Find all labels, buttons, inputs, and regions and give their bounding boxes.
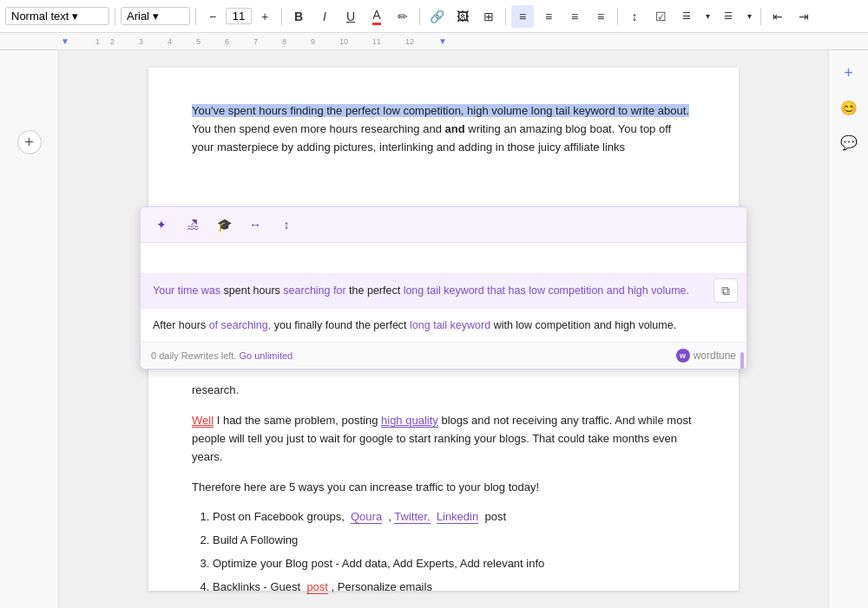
toolbar-separator-6 — [617, 8, 618, 25]
decrease-font-btn[interactable]: − — [201, 5, 224, 28]
twitter-link[interactable]: Twitter, — [394, 510, 430, 524]
highlight-btn[interactable]: ✏ — [391, 5, 414, 28]
ruler-tick: 3 — [139, 37, 143, 46]
numbering-more-btn[interactable]: ▾ — [743, 5, 755, 28]
wt-suggestion-2[interactable]: After hours of searching, you finally fo… — [141, 309, 746, 343]
add-icon: + — [24, 134, 34, 152]
paragraph-2: research. — [192, 382, 695, 400]
doc-area[interactable]: You've spent hours finding the perfect l… — [59, 50, 828, 608]
wt-s1-black1: spent hours — [224, 284, 284, 297]
toolbar: Normal text ▾ Arial ▾ − + B I U A ✏ 🔗 🖼 … — [0, 0, 868, 33]
align-right-btn[interactable]: ≡ — [563, 5, 586, 28]
wt-s1-purple2: searching for — [283, 284, 345, 297]
para3-text1: I had the same problem, posting — [217, 414, 381, 427]
list-item-3: Optimize your Blog post - Add data, Add … — [213, 555, 695, 573]
wt-rewrites-count: 0 daily Rewrites left. — [151, 350, 239, 361]
wt-s1-black2: the perfect — [349, 284, 404, 297]
align-justify-btn[interactable]: ≡ — [589, 5, 612, 28]
increase-font-btn[interactable]: + — [253, 5, 276, 28]
wt-scrollbar — [740, 352, 744, 370]
ruler-marker-left: ▼ — [61, 36, 69, 46]
bold-btn[interactable]: B — [287, 5, 310, 28]
bullets-more-btn[interactable]: ▾ — [701, 5, 713, 28]
align-center-btn[interactable]: ≡ — [537, 5, 560, 28]
qoura-link[interactable]: Qoura — [351, 510, 382, 524]
align-justify-icon: ≡ — [597, 10, 604, 23]
more-insert-icon: ⊞ — [483, 10, 494, 23]
wt-copy-btn-1[interactable]: ⧉ — [713, 278, 738, 303]
decrease-indent-btn[interactable]: ⇤ — [766, 5, 789, 28]
wt-suggestion-1[interactable]: Your time was spent hours searching for … — [141, 274, 746, 309]
ruler-tick: 1 — [95, 37, 100, 46]
right-comment-icon: 💬 — [840, 134, 858, 151]
align-left-icon: ≡ — [519, 10, 526, 23]
wt-s2-black3: with low competition and high volume. — [494, 319, 677, 331]
ruler-tick: 4 — [168, 37, 172, 46]
right-emoji-btn[interactable]: 😊 — [835, 94, 863, 121]
font-color-btn[interactable]: A — [365, 5, 388, 28]
add-content-button[interactable]: + — [17, 130, 42, 154]
font-dropdown[interactable]: Arial ▾ — [121, 7, 190, 25]
image-btn[interactable]: 🖼 — [451, 5, 474, 28]
toolbar-separator-3 — [281, 8, 282, 25]
right-sidebar: + 😊 💬 — [828, 50, 868, 608]
linkedin-link[interactable]: Linkedin — [437, 510, 478, 524]
toolbar-separator-1 — [115, 8, 115, 25]
bold-and: and — [445, 122, 465, 135]
wt-logo: w wordtune — [676, 348, 736, 363]
wt-casual-btn[interactable]: 🏖 — [181, 212, 205, 237]
wt-formal-btn[interactable]: 🎓 — [212, 212, 236, 237]
ruler-inner: ▼ 1 2 3 4 5 6 7 8 9 10 11 12 ▼ — [0, 33, 868, 49]
more-insert-btn[interactable]: ⊞ — [477, 5, 500, 28]
right-add-icon: + — [844, 64, 853, 82]
line-spacing-icon: ↕ — [632, 10, 638, 23]
checklist-btn[interactable]: ☑ — [649, 5, 672, 28]
paragraph-4: Therefore here are 5 ways you can increa… — [192, 479, 695, 497]
well-link[interactable]: Well — [192, 414, 214, 428]
wordtune-loading-area — [141, 243, 746, 274]
underline-btn[interactable]: U — [339, 5, 362, 28]
para4-text: Therefore here are 5 ways you can increa… — [192, 481, 539, 494]
numbering-btn[interactable]: ☰ — [717, 5, 740, 28]
bullets-btn[interactable]: ☰ — [675, 5, 698, 28]
wordtune-toolbar: ✦ 🏖 🎓 ↔ ↕ — [141, 207, 746, 243]
link-btn[interactable]: 🔗 — [425, 5, 448, 28]
wt-expand-btn[interactable]: ↔ — [243, 212, 267, 237]
numbering-icon: ☰ — [724, 10, 733, 22]
align-left-btn[interactable]: ≡ — [511, 5, 534, 28]
wordtune-popup: ✦ 🏖 🎓 ↔ ↕ Your time was spent hours sear… — [140, 206, 747, 369]
font-color-icon: A — [372, 8, 380, 25]
increase-indent-btn[interactable]: ⇥ — [792, 5, 815, 28]
wt-s2-purple1: of searching, — [209, 319, 272, 331]
left-sidebar: + — [0, 50, 59, 608]
link-icon: 🔗 — [430, 10, 444, 23]
line-spacing-btn[interactable]: ↕ — [623, 5, 646, 28]
italic-btn[interactable]: I — [313, 5, 336, 28]
align-center-icon: ≡ — [545, 10, 552, 23]
numbered-list: Post on Facebook groups, Qoura , Twitter… — [213, 508, 695, 596]
decrease-indent-icon: ⇤ — [773, 10, 783, 23]
font-size-area: − + — [201, 5, 276, 28]
wt-sparkle-btn[interactable]: ✦ — [149, 212, 174, 237]
high-quality-link[interactable]: high quality — [381, 414, 438, 428]
align-right-icon: ≡ — [571, 10, 578, 23]
ruler-tick: 2 — [110, 37, 115, 46]
list-item-1: Post on Facebook groups, Qoura , Twitter… — [213, 508, 695, 526]
ruler-tick: 12 — [405, 37, 414, 46]
right-comment-btn[interactable]: 💬 — [835, 128, 863, 156]
font-size-input[interactable] — [226, 8, 252, 24]
toolbar-separator-5 — [505, 8, 506, 25]
image-icon: 🖼 — [457, 10, 469, 23]
wt-go-unlimited-link[interactable]: Go unlimited — [239, 350, 293, 361]
style-dropdown[interactable]: Normal text ▾ — [5, 7, 109, 25]
copy-icon: ⧉ — [721, 284, 730, 298]
ruler-tick: 11 — [372, 37, 381, 46]
ruler-tick: 5 — [196, 37, 201, 46]
wt-rewrites-text: 0 daily Rewrites left. Go unlimited — [151, 349, 293, 363]
right-add-btn[interactable]: + — [835, 59, 863, 87]
checklist-icon: ☑ — [655, 10, 667, 23]
style-label: Normal text — [11, 10, 69, 23]
wt-shorten-btn[interactable]: ↕ — [274, 212, 299, 237]
post-link[interactable]: post — [306, 580, 328, 594]
toolbar-separator-2 — [195, 8, 196, 25]
